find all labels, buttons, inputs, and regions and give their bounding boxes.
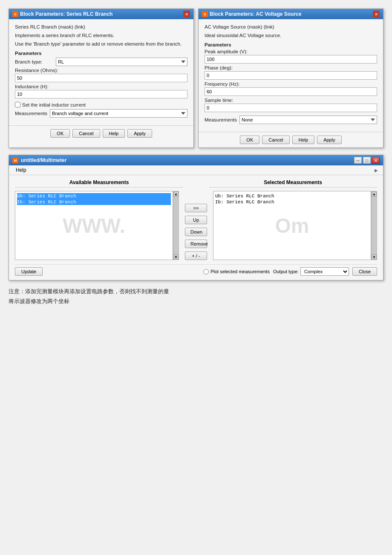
multimeter-title-text: untitled/Multimeter — [21, 157, 66, 163]
ac-close-button[interactable]: ✕ — [373, 11, 380, 17]
initial-current-label: Set the initial inductor current — [22, 102, 86, 107]
ac-cancel-button[interactable]: Cancel — [262, 136, 289, 144]
ac-title-icon: S — [202, 11, 208, 17]
initial-current-row: Set the initial inductor current — [15, 102, 187, 107]
help-menu-item[interactable]: Help — [12, 166, 30, 174]
notes-line1: 注意：添加完测量模块再添加设置电路参数，否则找不到测量的量 — [9, 287, 383, 296]
ac-desc1: AC Voltage Source (mask) (link) — [205, 23, 377, 30]
ac-desc2: Ideal sinusoidal AC Voltage source. — [205, 32, 377, 39]
ac-measurements-row: Measurements None Voltage — [205, 116, 377, 124]
output-type-label: Output type: — [273, 269, 299, 274]
rlc-help-button[interactable]: Help — [103, 129, 125, 138]
ac-body: AC Voltage Source (mask) (link) Ideal si… — [199, 19, 383, 128]
selected-scroll-down[interactable]: ▼ — [372, 254, 377, 260]
ac-source-dialog: S Block Parameters: AC Voltage Source ✕ … — [198, 9, 383, 148]
output-type-select[interactable]: Complex Real-Imag Magnitude-Angle — [300, 267, 349, 276]
selected-list-container: Ub: Series RLC Branch Ib: Series RLC Bra… — [213, 191, 377, 260]
frequency-label: Frequency (Hz): — [205, 81, 377, 87]
selected-measurements-header: Selected Measurements — [209, 179, 377, 188]
selected-scroll-up[interactable]: ▲ — [372, 191, 377, 197]
peak-amplitude-label: Peak amplitude (V): — [205, 49, 377, 54]
ac-titlebar: S Block Parameters: AC Voltage Source ✕ — [199, 9, 383, 19]
remove-button[interactable]: Remove — [185, 240, 207, 248]
rlc-body: Series RLC Branch (mask) (link) Implemen… — [9, 19, 193, 122]
measurements-header: Available Measurements Selected Measurem… — [15, 179, 377, 188]
watermark-right: Om — [275, 214, 309, 237]
ac-title-text: Block Parameters: AC Voltage Source — [210, 11, 301, 17]
rlc-params-label: Parameters — [15, 51, 187, 56]
initial-current-checkbox[interactable] — [15, 102, 20, 107]
multimeter-titlebar: M untitled/Multimeter ─ □ ✕ — [9, 155, 383, 165]
plot-radio[interactable] — [203, 269, 209, 275]
output-type-row: Output type: Complex Real-Imag Magnitude… — [273, 267, 349, 276]
ac-measurements-label: Measurements — [205, 117, 237, 122]
inductance-label: Inductance (H): — [15, 84, 187, 89]
rlc-dialog: S Block Parameters: Series RLC Branch ✕ … — [9, 9, 194, 148]
watermark-left: WWW. — [63, 214, 125, 237]
scroll-down-arrow[interactable]: ▼ — [173, 254, 179, 260]
up-button[interactable]: Up — [185, 216, 207, 224]
rlc-buttons: OK Cancel Help Apply — [9, 125, 193, 141]
selected-item-ib[interactable]: Ib: Series RLC Branch — [215, 199, 369, 205]
menu-arrow: ▶ — [375, 168, 380, 173]
middle-buttons: >> Up Down Remove + / - — [183, 191, 209, 260]
multimeter-body: Available Measurements Selected Measurem… — [9, 175, 383, 280]
multimeter-titlebar-left: M untitled/Multimeter — [12, 157, 66, 163]
rlc-desc2: Implements a series branch of RLC elemen… — [15, 32, 187, 39]
close-button[interactable]: Close — [352, 267, 377, 276]
selected-measurements-list[interactable]: Ub: Series RLC Branch Ib: Series RLC Bra… — [213, 191, 371, 260]
restore-button[interactable]: □ — [363, 157, 371, 164]
selected-scroll-thumb — [372, 197, 377, 254]
branch-type-row: Branch type: RL RLC R L C — [15, 58, 187, 66]
rlc-apply-button[interactable]: Apply — [127, 129, 152, 138]
plus-minus-button[interactable]: + / - — [185, 251, 207, 260]
update-button[interactable]: Update — [15, 267, 43, 276]
available-item-ib[interactable]: Ib: Series RLC Branch — [17, 199, 171, 205]
ac-ok-button[interactable]: OK — [240, 136, 259, 144]
plot-radio-label[interactable]: Plot selected measurements — [203, 269, 270, 275]
plot-label-text: Plot selected measurements — [210, 269, 270, 274]
available-scrollbar[interactable]: ▲ ▼ — [173, 191, 179, 260]
rlc-title-text: Block Parameters: Series RLC Branch — [20, 11, 112, 17]
available-item-ub[interactable]: Ub: Series RLC Branch — [17, 193, 171, 199]
branch-type-label: Branch type: — [15, 59, 53, 64]
rlc-desc3: Use the 'Branch type' parameter to add o… — [15, 40, 187, 47]
notes-section: 注意：添加完测量模块再添加设置电路参数，否则找不到测量的量 将示波器修改为两个坐… — [9, 287, 383, 306]
rlc-titlebar-left: S Block Parameters: Series RLC Branch — [12, 11, 112, 17]
scroll-up-arrow[interactable]: ▲ — [173, 191, 179, 197]
resistance-input[interactable] — [15, 74, 187, 82]
ac-buttons: OK Cancel Help Apply — [199, 132, 383, 147]
move-right-button[interactable]: >> — [185, 204, 207, 212]
multimeter-menu: Help ▶ — [9, 165, 383, 175]
multimeter-close-button[interactable]: ✕ — [372, 157, 380, 164]
branch-type-select[interactable]: RL RLC R L C — [56, 58, 187, 66]
down-button[interactable]: Down — [185, 228, 207, 236]
rlc-desc1: Series RLC Branch (mask) (link) — [15, 23, 187, 30]
ac-titlebar-left: S Block Parameters: AC Voltage Source — [202, 11, 301, 17]
rlc-measurements-label: Measurements — [15, 111, 47, 116]
minimize-button[interactable]: ─ — [354, 157, 362, 164]
peak-amplitude-input[interactable] — [205, 55, 377, 64]
sample-time-label: Sample time: — [205, 98, 377, 103]
rlc-close-button[interactable]: ✕ — [183, 11, 190, 17]
rlc-ok-button[interactable]: OK — [50, 129, 70, 138]
ac-measurements-select[interactable]: None Voltage — [239, 116, 377, 124]
rlc-measurements-select[interactable]: Branch voltage and current Branch voltag… — [50, 109, 187, 118]
phase-input[interactable] — [205, 71, 377, 80]
notes-line2: 将示波器修改为两个坐标 — [9, 297, 383, 306]
multimeter-dialog: M untitled/Multimeter ─ □ ✕ Help ▶ Avail… — [9, 155, 383, 280]
selected-item-ub[interactable]: Ub: Series RLC Branch — [215, 193, 369, 199]
rlc-cancel-button[interactable]: Cancel — [72, 129, 100, 138]
sample-time-input[interactable] — [205, 104, 377, 112]
rlc-measurements-row: Measurements Branch voltage and current … — [15, 109, 187, 118]
ac-apply-button[interactable]: Apply — [317, 136, 342, 144]
resistance-label: Resistance (Ohms): — [15, 68, 187, 73]
ac-help-button[interactable]: Help — [292, 136, 315, 144]
frequency-input[interactable] — [205, 87, 377, 96]
available-measurements-list[interactable]: Ub: Series RLC Branch Ib: Series RLC Bra… — [15, 191, 173, 260]
inductance-input[interactable] — [15, 90, 187, 98]
selected-scrollbar[interactable]: ▲ ▼ — [371, 191, 377, 260]
available-measurements-header: Available Measurements — [15, 179, 183, 188]
phase-label: Phase (deg): — [205, 65, 377, 70]
available-list-container: Ub: Series RLC Branch Ib: Series RLC Bra… — [15, 191, 179, 260]
